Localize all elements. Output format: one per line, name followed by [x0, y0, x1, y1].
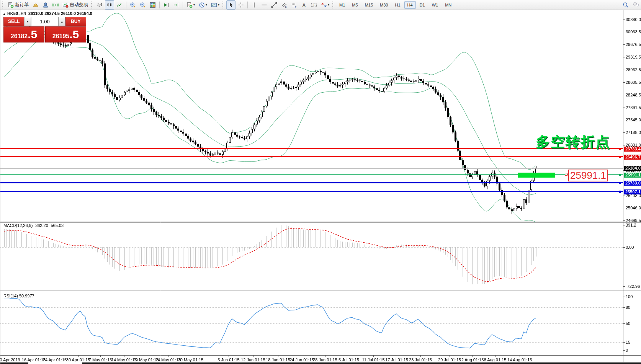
volume-down-button[interactable]: ▼ — [24, 17, 31, 26]
time-tick-label: 30 Apr 01:15 — [66, 357, 90, 362]
rsi-label: RSI(14) 50.9977 — [3, 294, 34, 298]
macd-tick: -722.96 — [626, 284, 640, 289]
price-tick: 29676.5 — [626, 42, 641, 47]
time-tick-label: 30 May 01:15 — [178, 357, 204, 362]
time-tick-label: 7 May 01:15 — [89, 357, 112, 362]
price-level-box[interactable]: 25991.1 — [568, 170, 608, 181]
buy-price-pips: .5 — [69, 27, 79, 42]
price-level-label: 26184.0 — [624, 166, 641, 171]
time-tick-label: 28 Jun 01:15 — [313, 357, 337, 362]
time-tick-label: 24 May 01:15 — [155, 357, 181, 362]
time-tick-label: 18 Jun 01:15 — [266, 357, 290, 362]
rsi-tick: 15 — [626, 340, 630, 344]
time-tick-label: 8 Aug 01:15 — [484, 357, 507, 362]
bottom-window-edge — [82, 362, 641, 364]
time-tick-label: 23 Jul 01:15 — [409, 357, 432, 362]
time-tick-label: 16 Apr 01:15 — [22, 357, 46, 362]
price-tick: 30033.5 — [626, 29, 641, 34]
sell-price-main: 26182 — [11, 29, 28, 44]
buy-price-box[interactable]: 26195 .5 — [45, 26, 86, 42]
price-tick: 28248.5 — [626, 93, 641, 97]
time-tick-label: 24 Jun 01:15 — [289, 357, 314, 362]
panel-collapse-arrow[interactable]: ▲ — [3, 12, 6, 16]
rsi-tick: 50 — [626, 321, 630, 326]
time-tick-label: 24 Apr 01:15 — [43, 357, 67, 362]
time-tick-label: 11 Jul 01:15 — [362, 357, 384, 362]
time-tick-label: 20 May 01:15 — [133, 357, 159, 362]
price-level-label: 26496.7 — [624, 155, 641, 160]
bottom-scrollbar[interactable] — [0, 362, 28, 364]
time-tick-label: 17 Jul 01:15 — [385, 357, 408, 362]
volume-input[interactable] — [31, 17, 59, 26]
volume-up-button[interactable]: ▲ — [59, 17, 65, 26]
buy-price-main: 26195 — [52, 29, 70, 44]
sell-button[interactable]: SELL — [3, 17, 24, 26]
price-tick: 24699.5 — [626, 218, 641, 223]
rsi-tick: 0 — [626, 348, 628, 353]
symbol-name: HK50-,H4 — [7, 11, 26, 16]
symbol-ohlc: 26110.0 26274.5 26110.0 26184.0 — [28, 11, 92, 16]
time-tick-label: 5 Jul 01:15 — [338, 357, 359, 362]
price-level-label: 25733.0 — [624, 181, 641, 186]
price-level-label: 25507.1 — [624, 189, 641, 194]
time-tick-label: 2 Aug 01:15 — [461, 357, 484, 362]
price-level-label: 25991.1 — [624, 173, 641, 178]
symbol-line: ▲HK50-,H4 26110.0 26274.5 26110.0 26184.… — [3, 11, 92, 16]
price-tick: 27891.5 — [626, 105, 641, 110]
chart-canvas[interactable] — [0, 0, 641, 364]
price-tick: 29319.5 — [626, 55, 641, 59]
time-tick-label: 12 Jun 01:15 — [241, 357, 265, 362]
macd-label: MACD(12,26,9) -362.20 -565.03 — [3, 223, 64, 228]
mt4-window: 新订单自动交易▾▾▾EFAT▾M1M5M15M30H1H4D1W1MN ▲HK5… — [0, 0, 641, 364]
time-tick-label: 5 Jun 01:15 — [217, 357, 240, 362]
time-tick-label: 14 Aug 01:15 — [507, 357, 532, 362]
one-click-trading-panel: SELL ▼ ▲ BUY 26182 .5 26195 .5 — [3, 17, 86, 42]
time-tick-label: 10 Apr 2019 — [0, 357, 20, 362]
rsi-tick: 100 — [626, 294, 633, 299]
price-tick: 28605.5 — [626, 80, 641, 85]
price-tick: 27188.0 — [626, 130, 641, 135]
macd-tick: 391.2 — [626, 223, 636, 227]
buy-button[interactable]: BUY — [65, 17, 86, 26]
price-tick: 28962.5 — [626, 67, 641, 72]
sell-price-pips: .5 — [28, 27, 37, 42]
price-tick: 27545.0 — [626, 118, 641, 122]
price-level-label: 26733.4 — [624, 147, 641, 152]
macd-tick: 0.00 — [626, 245, 634, 250]
price-tick: 25046.0 — [626, 206, 641, 210]
time-tick-label: 29 Jul 01:15 — [438, 357, 461, 362]
rsi-tick: 80 — [626, 305, 630, 310]
sell-price-box[interactable]: 26182 .5 — [3, 26, 44, 42]
cn-annotation[interactable]: 多空转折点 — [536, 132, 610, 152]
price-tick: 30380.0 — [626, 17, 641, 22]
